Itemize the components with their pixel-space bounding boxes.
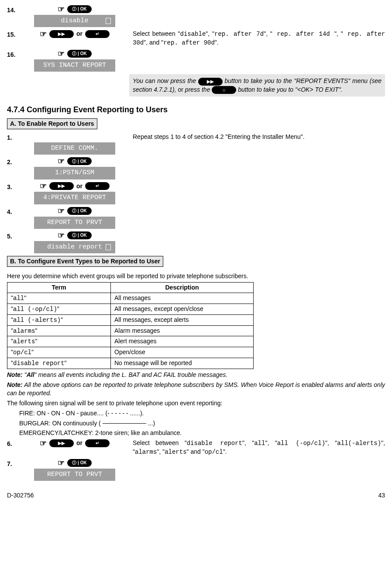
step-controls: ☞ ⓘ | OK SYS INACT REPORT xyxy=(20,50,129,72)
lcd-display: SYS INACT REPORT xyxy=(34,59,115,72)
th-term: Term xyxy=(7,282,111,293)
th-desc: Description xyxy=(111,282,254,293)
step-number: 15. xyxy=(7,30,20,39)
step-number: 14. xyxy=(7,5,20,14)
step-number: 3. xyxy=(7,182,20,191)
step-b6: 6. ☞ ▶▶ or ↵ Select between "disable rep… xyxy=(7,439,385,456)
table-row: "op/cl"Open/close xyxy=(7,347,254,358)
lcd-display: DEFINE COMM. xyxy=(34,142,115,155)
note-1: Note: "All" means all events including t… xyxy=(7,371,385,379)
step-15: 15. ☞ ▶▶ or ↵ Select between "disable", … xyxy=(7,30,385,47)
forward-button[interactable]: ▶▶ xyxy=(49,30,74,38)
step-description: Select between "disable report", "all", … xyxy=(129,439,385,456)
lcd-display: disable report xyxy=(34,241,115,253)
siren-intro: The following siren signal will be sent … xyxy=(7,399,385,407)
back-button[interactable]: ↵ xyxy=(85,439,110,447)
step-controls: ☞ ▶▶ or ↵ xyxy=(20,439,129,447)
step-controls: ☞ ⓘ | OK REPORT TO PRVT xyxy=(20,207,129,229)
or-label: or xyxy=(76,182,83,190)
ok-button[interactable]: ⓘ | OK xyxy=(67,207,92,215)
step-16: 16. ☞ ⓘ | OK SYS INACT REPORT xyxy=(7,50,385,72)
step-description: Select between "disable", "rep. after 7d… xyxy=(129,30,385,47)
button-line: ☞ ⓘ | OK xyxy=(58,5,92,13)
step-controls: ☞ ⓘ | OK 1:PSTN/GSM xyxy=(20,157,129,179)
fire-signal: FIRE: ON - ON - ON - pause.... (- - - - … xyxy=(19,409,385,418)
lcd-display: REPORT TO PRVT xyxy=(34,469,115,481)
back-button[interactable]: ↵ xyxy=(85,30,110,38)
lcd-display: REPORT TO PRVT xyxy=(34,217,115,229)
hand-icon: ☞ xyxy=(58,50,65,58)
step-description: Repeat steps 1 to 4 of section 4.2 "Ente… xyxy=(129,133,385,141)
step-a3: 3. ☞ ▶▶ or ↵ 4:PRIVATE REPORT xyxy=(7,182,385,204)
step-controls: ☞ ⓘ | OK disable report xyxy=(20,231,129,253)
burglar-signal: BURGLAR: ON continuously (...) xyxy=(19,419,385,428)
lcd-display: disable xyxy=(34,15,115,27)
ok-button[interactable]: ⓘ | OK xyxy=(67,459,92,467)
intro-text: Here you determine which event groups wi… xyxy=(7,272,385,280)
button-line: ☞ ▶▶ or ↵ xyxy=(40,30,110,38)
step-number: 4. xyxy=(7,207,20,216)
continuous-line-icon xyxy=(103,423,146,424)
hand-icon: ☞ xyxy=(58,157,65,165)
page-footer: D-302756 43 xyxy=(7,491,385,500)
hand-icon: ☞ xyxy=(58,231,65,239)
button-line: ☞ ⓘ | OK xyxy=(58,207,92,215)
step-controls: ☞ ▶▶ or ↵ 4:PRIVATE REPORT xyxy=(20,182,129,204)
step-number: 2. xyxy=(7,157,20,166)
step-controls: DEFINE COMM. xyxy=(20,133,129,155)
step-number: 1. xyxy=(7,133,20,142)
step-number: 6. xyxy=(7,439,20,448)
note-box: You can now press the ▶▶ button to take … xyxy=(129,74,385,97)
or-label: or xyxy=(76,30,83,38)
hand-icon: ☞ xyxy=(40,182,47,190)
back-button[interactable]: ↵ xyxy=(85,182,110,190)
button-line: ☞ ▶▶ or ↵ xyxy=(40,182,110,190)
section-title: 4.7.4 Configuring Event Reporting to Use… xyxy=(7,104,385,115)
hand-icon: ☞ xyxy=(40,439,47,447)
step-controls: ☞ ⓘ | OK REPORT TO PRVT xyxy=(20,459,129,481)
ok-button[interactable]: ⓘ | OK xyxy=(67,157,92,165)
terms-table: Term Description "all"All messages "all … xyxy=(7,282,254,369)
table-row: "alarms"Alarm messages xyxy=(7,325,254,336)
button-line: ☞ ⓘ | OK xyxy=(58,231,92,239)
step-number: 5. xyxy=(7,231,20,241)
step-number: 16. xyxy=(7,50,20,59)
step-a1: 1. DEFINE COMM. Repeat steps 1 to 4 of s… xyxy=(7,133,385,155)
button-line: ☞ ▶▶ or ↵ xyxy=(40,439,110,447)
step-a5: 5. ☞ ⓘ | OK disable report xyxy=(7,231,385,253)
forward-button[interactable]: ▶▶ xyxy=(198,78,223,86)
step-controls: ☞ ▶▶ or ↵ xyxy=(20,30,129,38)
or-label: or xyxy=(76,439,83,447)
ok-button[interactable]: ⓘ | OK xyxy=(67,50,92,58)
button-line: ☞ ⓘ | OK xyxy=(58,157,92,165)
emergency-signal: EMERGENCY/LATCHKEY: 2-tone siren; like a… xyxy=(19,429,385,437)
ok-button[interactable]: ⓘ | OK xyxy=(67,231,92,239)
step-a4: 4. ☞ ⓘ | OK REPORT TO PRVT xyxy=(7,207,385,229)
ok-button[interactable]: ⓘ | OK xyxy=(67,5,92,13)
table-row: "all (-alerts)"All messages, except aler… xyxy=(7,314,254,325)
table-row: "all"All messages xyxy=(7,293,254,304)
home-button[interactable]: ⌂ xyxy=(212,86,236,94)
hand-icon: ☞ xyxy=(58,207,65,215)
step-number: 7. xyxy=(7,459,20,468)
step-14: 14. ☞ ⓘ | OK disable xyxy=(7,5,385,27)
note-2: Note: All the above options can be repor… xyxy=(7,381,385,397)
table-row: "alerts"Alert messages xyxy=(7,336,254,347)
step-controls: ☞ ⓘ | OK disable xyxy=(20,5,129,27)
subsection-a-header: A. To Enable Report to Users xyxy=(7,118,97,129)
hand-icon: ☞ xyxy=(58,459,65,467)
doc-id: D-302756 xyxy=(7,491,34,500)
table-row: "disable report"No message will be repor… xyxy=(7,358,254,369)
hand-icon: ☞ xyxy=(58,5,65,13)
page-number: 43 xyxy=(378,491,385,500)
step-b7: 7. ☞ ⓘ | OK REPORT TO PRVT xyxy=(7,459,385,481)
hand-icon: ☞ xyxy=(40,30,47,38)
button-line: ☞ ⓘ | OK xyxy=(58,459,92,467)
lcd-display: 4:PRIVATE REPORT xyxy=(34,192,115,204)
step-a2: 2. ☞ ⓘ | OK 1:PSTN/GSM xyxy=(7,157,385,179)
forward-button[interactable]: ▶▶ xyxy=(49,439,74,447)
subsection-b-header: B. To Configure Event Types to be Report… xyxy=(7,256,163,267)
forward-button[interactable]: ▶▶ xyxy=(49,182,74,190)
table-row: "all (-op/cl)"All messages, except open/… xyxy=(7,304,254,314)
button-line: ☞ ⓘ | OK xyxy=(58,50,92,58)
